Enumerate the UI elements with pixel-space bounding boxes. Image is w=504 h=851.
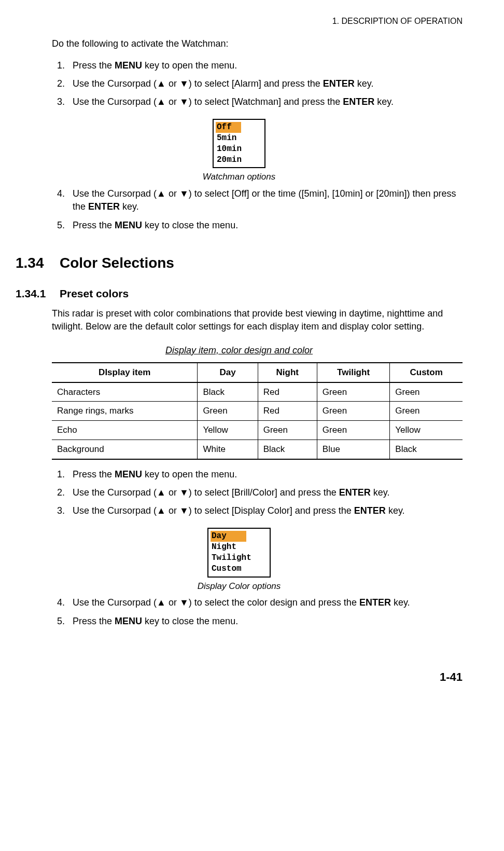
option-twilight: Twilight (211, 553, 268, 564)
display-color-caption: Display Color options (16, 580, 463, 593)
table-row: Range rings, marksGreenRedGreenGreen (52, 402, 463, 421)
page-number: 1-41 (16, 669, 463, 685)
display-color-options-box: Day Night Twilight Custom (207, 528, 271, 577)
table-header-row: DIsplay item Day Night Twilight Custom (52, 363, 463, 382)
steps-list-1b: Use the Cursorpad (▲ or ▼) to select [Of… (52, 187, 463, 232)
option-night: Night (211, 542, 268, 553)
table-row: BackgroundWhiteBlackBlueBlack (52, 440, 463, 459)
watchman-caption: Watchman options (16, 171, 463, 183)
subsection-heading: 1.34.1Preset colors (16, 286, 463, 301)
page-header: 1. DESCRIPTION OF OPERATION (16, 16, 463, 27)
step-1: Press the MENU key to open the menu. (67, 59, 463, 72)
table-row: EchoYellowGreenGreenYellow (52, 421, 463, 440)
intro-text: Do the following to activate the Watchma… (52, 37, 463, 50)
color-table: DIsplay item Day Night Twilight Custom C… (52, 362, 463, 460)
steps-list-1: Press the MENU key to open the menu. Use… (52, 59, 463, 109)
step-1b: Press the MENU key to open the menu. (67, 468, 463, 481)
steps-list-2b: Use the Cursorpad (▲ or ▼) to select the… (52, 596, 463, 627)
option-20min: 20min (216, 155, 262, 166)
table-title: Display item, color design and color (16, 344, 463, 357)
preset-body: This radar is preset with color combinat… (52, 307, 463, 333)
step-5b: Press the MENU key to close the menu. (67, 615, 463, 628)
step-2: Use the Cursorpad (▲ or ▼) to select [Al… (67, 77, 463, 90)
option-5min: 5min (216, 133, 262, 144)
step-4: Use the Cursorpad (▲ or ▼) to select [Of… (67, 187, 463, 213)
watchman-options-box: Off 5min 10min 20min (213, 119, 265, 168)
step-2b: Use the Cursorpad (▲ or ▼) to select [Br… (67, 486, 463, 499)
steps-list-2: Press the MENU key to open the menu. Use… (52, 468, 463, 518)
section-heading: 1.34Color Selections (16, 253, 463, 273)
table-row: CharactersBlackRedGreenGreen (52, 382, 463, 402)
step-3b: Use the Cursorpad (▲ or ▼) to select [Di… (67, 504, 463, 517)
option-day: Day (211, 531, 246, 542)
step-4b: Use the Cursorpad (▲ or ▼) to select the… (67, 596, 463, 609)
option-custom: Custom (211, 564, 268, 574)
step-5: Press the MENU key to close the menu. (67, 219, 463, 232)
step-3: Use the Cursorpad (▲ or ▼) to select [Wa… (67, 95, 463, 108)
option-10min: 10min (216, 144, 262, 155)
option-off: Off (216, 122, 241, 133)
